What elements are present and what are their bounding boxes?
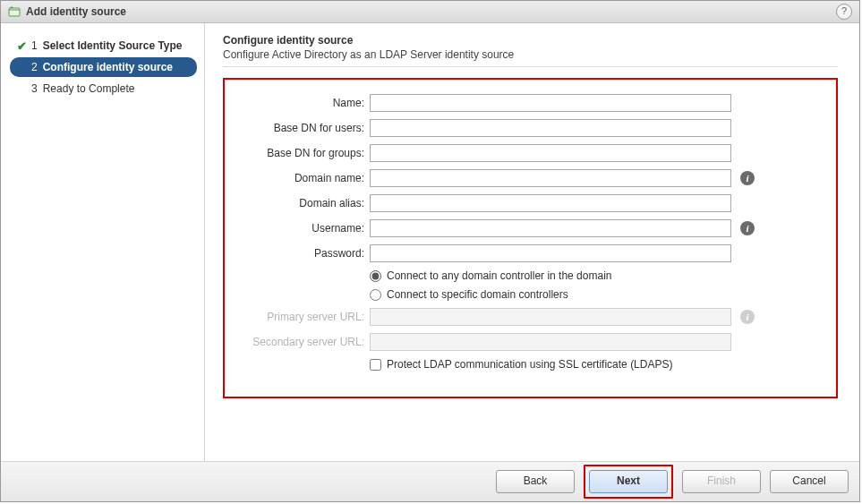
row-base-dn-users: Base DN for users: <box>248 117 813 139</box>
radio-connect-specific[interactable]: Connect to specific domain controllers <box>370 286 813 303</box>
step-number: 2 <box>31 61 38 73</box>
wizard-sidebar: ✔ 1 Select Identity Source Type 2 Config… <box>1 23 205 461</box>
username-label: Username: <box>248 222 370 235</box>
ldaps-label: Protect LDAP communication using SSL cer… <box>387 358 672 371</box>
help-icon[interactable]: ? <box>836 4 852 20</box>
info-icon[interactable]: i <box>740 171 755 185</box>
next-button[interactable]: Next <box>589 470 668 493</box>
info-icon: i <box>740 310 755 324</box>
svg-rect-0 <box>9 8 20 16</box>
checkbox-ldaps-row[interactable]: Protect LDAP communication using SSL cer… <box>370 356 813 372</box>
secondary-url-input <box>370 333 731 351</box>
row-domain-name: Domain name: i <box>248 167 813 189</box>
password-label: Password: <box>248 247 370 260</box>
row-username: Username: i <box>248 218 813 239</box>
row-password: Password: <box>248 243 813 264</box>
base-dn-groups-input[interactable] <box>370 144 731 162</box>
step-label: Ready to Complete <box>43 82 135 95</box>
step-label: Select Identity Source Type <box>43 39 183 52</box>
row-name: Name: <box>248 92 813 114</box>
radio-connect-any-input[interactable] <box>370 270 381 282</box>
radio-connect-specific-input[interactable] <box>370 289 381 301</box>
form-container: Name: Base DN for users: Base DN for gro… <box>223 78 838 398</box>
domain-alias-input[interactable] <box>370 194 731 212</box>
primary-url-label: Primary server URL: <box>248 311 370 323</box>
row-base-dn-groups: Base DN for groups: <box>248 142 813 164</box>
ldaps-checkbox[interactable] <box>370 359 381 371</box>
step-status-icon <box>15 82 28 95</box>
wizard-step-2[interactable]: 2 Configure identity source <box>10 57 197 77</box>
radio-connect-specific-label: Connect to specific domain controllers <box>387 288 568 301</box>
info-icon[interactable]: i <box>740 221 755 235</box>
step-label: Configure identity source <box>43 61 173 73</box>
base-dn-users-label: Base DN for users: <box>248 122 370 134</box>
finish-button: Finish <box>682 470 761 493</box>
wizard-page: Configure identity source Configure Acti… <box>205 23 859 461</box>
password-input[interactable] <box>370 244 731 262</box>
secondary-url-label: Secondary server URL: <box>248 336 370 348</box>
base-dn-groups-label: Base DN for groups: <box>248 147 370 159</box>
titlebar: Add identity source ? <box>1 1 859 23</box>
dialog-body: ✔ 1 Select Identity Source Type 2 Config… <box>1 23 859 461</box>
primary-url-input <box>370 308 731 326</box>
row-primary-url: Primary server URL: i <box>248 306 813 328</box>
dialog-footer: Back Next Finish Cancel <box>1 461 859 501</box>
step-status-icon <box>15 61 28 73</box>
page-subheading: Configure Active Directory as an LDAP Se… <box>223 48 838 61</box>
dialog-title: Add identity source <box>26 5 126 18</box>
name-label: Name: <box>248 97 370 109</box>
dialog-add-identity-source: Add identity source ? ✔ 1 Select Identit… <box>0 0 860 502</box>
row-domain-alias: Domain alias: <box>248 192 813 214</box>
radio-connect-any[interactable]: Connect to any domain controller in the … <box>370 268 813 284</box>
wizard-step-3[interactable]: 3 Ready to Complete <box>10 79 197 98</box>
row-secondary-url: Secondary server URL: <box>248 331 813 353</box>
step-number: 3 <box>31 82 38 95</box>
checkmark-icon: ✔ <box>15 39 28 52</box>
next-button-highlight: Next <box>584 465 673 499</box>
name-input[interactable] <box>370 94 731 112</box>
domain-name-input[interactable] <box>370 169 731 187</box>
cancel-button[interactable]: Cancel <box>770 470 849 493</box>
step-number: 1 <box>31 39 38 52</box>
wizard-step-1[interactable]: ✔ 1 Select Identity Source Type <box>10 36 197 56</box>
domain-alias-label: Domain alias: <box>248 197 370 209</box>
domain-name-label: Domain name: <box>248 172 370 184</box>
window-icon <box>8 5 21 18</box>
username-input[interactable] <box>370 219 731 237</box>
base-dn-users-input[interactable] <box>370 119 731 137</box>
page-heading: Configure identity source <box>223 34 838 47</box>
radio-connect-any-label: Connect to any domain controller in the … <box>387 269 611 282</box>
separator <box>223 66 838 67</box>
back-button[interactable]: Back <box>496 470 575 493</box>
